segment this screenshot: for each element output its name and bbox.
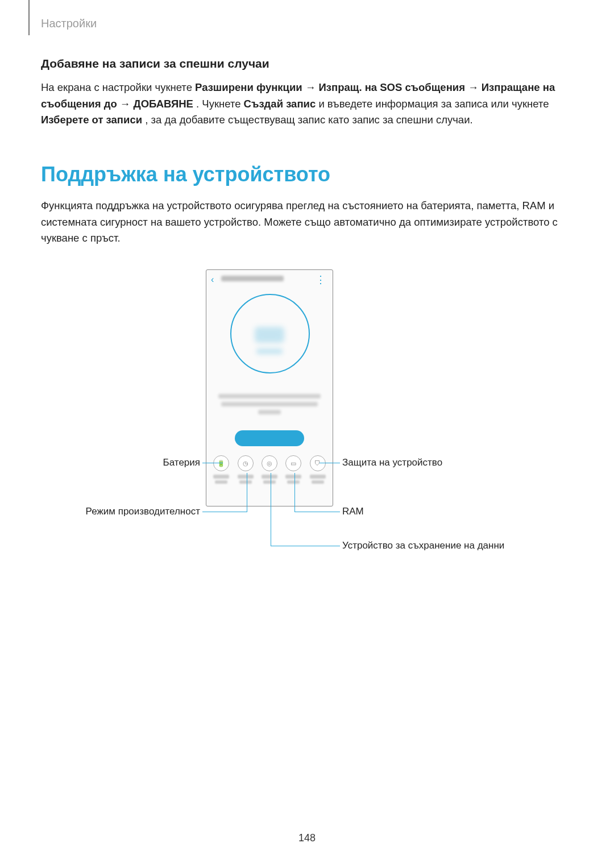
label-battery: Батерия bbox=[41, 457, 200, 468]
paragraph-1: На екрана с настройки чукнете Разширени … bbox=[41, 80, 575, 128]
text: , за да добавите съществуващ запис като … bbox=[145, 114, 472, 126]
blurred-title bbox=[221, 276, 284, 281]
performance-item[interactable]: ◷ bbox=[234, 455, 257, 484]
info-text-blur bbox=[217, 394, 322, 418]
ram-item[interactable]: ▭ bbox=[282, 455, 305, 484]
leader-line bbox=[320, 463, 340, 463]
text: На екрана с настройки чукнете bbox=[41, 81, 195, 93]
more-icon[interactable]: ⋮ bbox=[316, 273, 326, 286]
leader-line bbox=[294, 512, 340, 512]
label-ram: RAM bbox=[342, 506, 364, 517]
battery-icon: 🔋 bbox=[213, 455, 229, 471]
text: и въведете информация за записа или чукн… bbox=[318, 98, 549, 110]
leader-line bbox=[271, 546, 340, 546]
score-label-blur bbox=[256, 348, 283, 354]
bold: Създай запис bbox=[244, 98, 316, 110]
breadcrumb: Настройки bbox=[41, 17, 97, 30]
back-icon[interactable]: ‹ bbox=[211, 275, 214, 285]
score-value-blur bbox=[255, 327, 284, 343]
icon-row: 🔋 ◷ ◎ ▭ ⛉ bbox=[206, 455, 333, 484]
phone-header: ‹ ⋮ bbox=[206, 270, 333, 287]
storage-item[interactable]: ◎ bbox=[258, 455, 281, 484]
arrow: → bbox=[120, 98, 134, 110]
optimize-button[interactable] bbox=[235, 430, 304, 446]
label-storage: Устройство за съхранение на данни bbox=[342, 540, 504, 551]
security-item[interactable]: ⛉ bbox=[306, 455, 329, 484]
sub-heading: Добавяне на записи за спешни случаи bbox=[41, 57, 575, 70]
paragraph-2: Функцията поддръжка на устройството осиг… bbox=[41, 198, 575, 247]
leader-line bbox=[294, 473, 295, 512]
ram-icon: ▭ bbox=[285, 455, 301, 471]
bold: Разширени функции bbox=[195, 81, 302, 93]
arrow: → bbox=[468, 81, 482, 93]
leader-line bbox=[202, 463, 223, 463]
bold: ДОБАВЯНЕ bbox=[133, 98, 193, 110]
page-number: 148 bbox=[0, 832, 614, 844]
main-heading: Поддръжка на устройството bbox=[41, 163, 575, 186]
battery-item[interactable]: 🔋 bbox=[210, 455, 233, 484]
header-rule bbox=[28, 0, 30, 35]
bold: Изберете от записи bbox=[41, 114, 142, 126]
page-content: Добавяне на записи за спешни случаи На е… bbox=[41, 57, 575, 576]
leader-line bbox=[247, 473, 247, 512]
storage-icon: ◎ bbox=[262, 455, 277, 471]
arrow: → bbox=[305, 81, 319, 93]
figure: ‹ ⋮ 🔋 ◷ bbox=[41, 269, 575, 576]
gauge-icon: ◷ bbox=[238, 455, 254, 471]
shield-icon: ⛉ bbox=[310, 455, 326, 471]
label-security: Защита на устройство bbox=[342, 457, 442, 468]
label-perf-mode: Режим производителност bbox=[41, 506, 200, 517]
leader-line bbox=[271, 473, 271, 546]
bold: Изпращ. на SOS съобщения bbox=[319, 81, 465, 93]
text: . Чукнете bbox=[196, 98, 244, 110]
leader-line bbox=[202, 512, 247, 512]
phone-screenshot: ‹ ⋮ 🔋 ◷ bbox=[206, 269, 333, 506]
